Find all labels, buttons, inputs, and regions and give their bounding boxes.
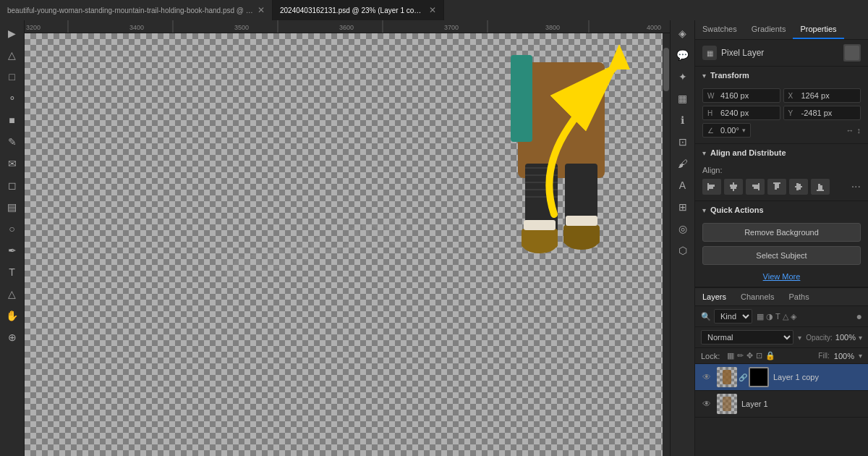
- transform-x-label: X: [788, 92, 799, 100]
- tool-chart[interactable]: ▦: [673, 88, 693, 109]
- scrollbar-thumb[interactable]: [663, 48, 669, 91]
- lock-all-icon[interactable]: 🔒: [765, 351, 775, 360]
- lock-paint-icon[interactable]: ✏: [737, 351, 744, 360]
- tool-type2[interactable]: A: [673, 175, 693, 195]
- transform-w-value: 4160 px: [720, 91, 775, 100]
- tool-eraser[interactable]: ◻: [2, 175, 22, 195]
- tool-stars[interactable]: ✦: [673, 67, 693, 87]
- transform-flip-v[interactable]: ↕: [857, 126, 861, 135]
- align-left-btn[interactable]: [702, 179, 721, 195]
- tool-zoom[interactable]: ⊕: [2, 327, 22, 347]
- canvas-content[interactable]: letour...ing: [25, 33, 670, 456]
- right-toolbox: ◈ 💬 ✦ ▦ ℹ ⊡ 🖌 A ⊞ ◎ ⬡: [670, 20, 694, 456]
- transform-h[interactable]: H 6240 px: [702, 106, 780, 120]
- right-panel: Swatches Gradients Properties ▦ Pixel La…: [694, 20, 868, 456]
- align-title: Align and Distribute: [710, 148, 861, 157]
- opacity-dropdown[interactable]: ▾: [859, 334, 862, 342]
- quick-actions-section: Remove Background Select Subject View Mo…: [695, 219, 868, 287]
- tool-text[interactable]: T: [2, 262, 22, 282]
- panel-tabs: Swatches Gradients Properties: [695, 20, 868, 40]
- layer-item-layer1[interactable]: 👁 Layer 1: [695, 391, 868, 418]
- tool-shape[interactable]: △: [2, 284, 22, 304]
- tool-paint[interactable]: 🖌: [673, 153, 693, 174]
- select-subject-button[interactable]: Select Subject: [702, 246, 861, 265]
- layer1-name: Layer 1: [741, 400, 862, 408]
- view-more-link[interactable]: View More: [702, 272, 861, 281]
- layer1-visibility[interactable]: 👁: [701, 398, 712, 410]
- tool-hand[interactable]: ✋: [2, 305, 22, 326]
- align-right-btn[interactable]: [746, 179, 765, 195]
- remove-background-button[interactable]: Remove Background: [702, 223, 861, 242]
- align-more-btn[interactable]: ···: [851, 179, 861, 195]
- tool-clone[interactable]: ✉: [2, 153, 22, 174]
- transform-flip-h[interactable]: ↔: [846, 126, 854, 135]
- filter-pixel-icon[interactable]: ▦: [757, 312, 764, 321]
- layer-item-layer1copy[interactable]: 👁 🔗 Layer 1 copy: [695, 364, 868, 391]
- transform-w[interactable]: W 4160 px: [702, 88, 780, 103]
- align-middle-v-btn[interactable]: [789, 179, 808, 195]
- filter-dot-icon[interactable]: ●: [856, 311, 862, 322]
- layers-tab-paths[interactable]: Paths: [782, 288, 817, 305]
- lock-artboard-icon[interactable]: ⊡: [756, 351, 762, 360]
- tool-pen[interactable]: ✒: [2, 240, 22, 261]
- transform-section-header[interactable]: ▾ Transform: [695, 67, 868, 84]
- tool-brush[interactable]: ✎: [2, 132, 22, 152]
- layers-tab-layers[interactable]: Layers: [695, 288, 733, 305]
- tool-eyedropper[interactable]: ⚬: [2, 88, 22, 109]
- align-top-btn[interactable]: [767, 179, 786, 195]
- tool-lasso[interactable]: △: [2, 45, 22, 65]
- transform-y[interactable]: Y -2481 px: [783, 106, 861, 120]
- tab-gradients[interactable]: Gradients: [744, 20, 793, 39]
- tool-smart-object[interactable]: ◈: [673, 23, 693, 43]
- layers-tab-channels[interactable]: Channels: [733, 288, 781, 305]
- tool-adjust[interactable]: ⊡: [673, 132, 693, 152]
- tab-swatches[interactable]: Swatches: [695, 20, 744, 39]
- transform-x[interactable]: X 1264 px: [783, 88, 861, 103]
- blend-mode-select[interactable]: Normal: [701, 330, 793, 345]
- tool-info[interactable]: ℹ: [673, 110, 693, 130]
- svg-rect-47: [818, 184, 820, 190]
- tab-2[interactable]: 20240403162131.psd @ 23% (Layer 1 copy,.…: [273, 0, 444, 20]
- align-section: Align: ···: [695, 161, 868, 201]
- tool-crop[interactable]: □: [2, 67, 22, 87]
- v-scrollbar[interactable]: [663, 33, 670, 456]
- tab-1-close[interactable]: ✕: [258, 5, 265, 15]
- tool-gradient[interactable]: ▤: [2, 197, 22, 217]
- lock-transparency-icon[interactable]: ▦: [727, 351, 734, 360]
- tool-select[interactable]: ▶: [2, 23, 22, 43]
- filter-type-icon[interactable]: T: [775, 312, 780, 321]
- filter-shape-icon[interactable]: △: [783, 312, 788, 321]
- filter-smart-icon[interactable]: ◈: [791, 312, 796, 321]
- tool-comment[interactable]: 💬: [673, 45, 693, 65]
- align-section-header[interactable]: ▾ Align and Distribute: [695, 144, 868, 161]
- quick-actions-section-header[interactable]: ▾ Quick Actions: [695, 201, 868, 219]
- transform-w-label: W: [707, 92, 718, 100]
- tool-layers-icon[interactable]: ⊞: [673, 197, 693, 217]
- lock-move-icon[interactable]: ✥: [746, 351, 753, 360]
- svg-rect-32: [709, 185, 715, 187]
- tool-filter[interactable]: ◎: [673, 219, 693, 239]
- svg-rect-36: [731, 187, 736, 189]
- tab-properties[interactable]: Properties: [793, 20, 843, 39]
- filter-adjustment-icon[interactable]: ◑: [766, 312, 773, 321]
- angle-dropdown[interactable]: ▾: [742, 127, 746, 134]
- transform-section: W 4160 px X 1264 px H 6240 px Y -2481 px: [695, 84, 868, 144]
- lock-icons: ▦ ✏ ✥ ⊡ 🔒: [727, 351, 775, 360]
- tab-2-label: 20240403162131.psd @ 23% (Layer 1 copy,.…: [280, 7, 425, 14]
- filter-icons: ▦ ◑ T △ ◈: [757, 312, 796, 321]
- layer1copy-visibility[interactable]: 👁: [701, 371, 712, 383]
- fill-dropdown[interactable]: ▾: [859, 352, 862, 360]
- tool-heal[interactable]: ■: [2, 110, 22, 130]
- layer1copy-name: Layer 1 copy: [773, 373, 862, 381]
- tool-dodge[interactable]: ○: [2, 219, 22, 239]
- align-center-h-btn[interactable]: [724, 179, 743, 195]
- transform-angle[interactable]: ∠ 0.00° ▾: [702, 123, 751, 138]
- pixel-layer-label: Pixel Layer: [721, 48, 839, 58]
- layers-kind-select[interactable]: Kind: [714, 309, 752, 324]
- tab-1[interactable]: beautiful-young-woman-standing-mountain-…: [0, 0, 273, 20]
- main-layout: ▶ △ □ ⚬ ■ ✎ ✉ ◻ ▤ ○ ✒ T △ ✋ ⊕ 3200 3400 …: [0, 20, 868, 456]
- tool-3d[interactable]: ⬡: [673, 240, 693, 261]
- tab-2-close[interactable]: ✕: [429, 5, 436, 15]
- lock-row: Lock: ▦ ✏ ✥ ⊡ 🔒 Fill: 100% ▾: [695, 348, 868, 364]
- align-bottom-btn[interactable]: [811, 179, 830, 195]
